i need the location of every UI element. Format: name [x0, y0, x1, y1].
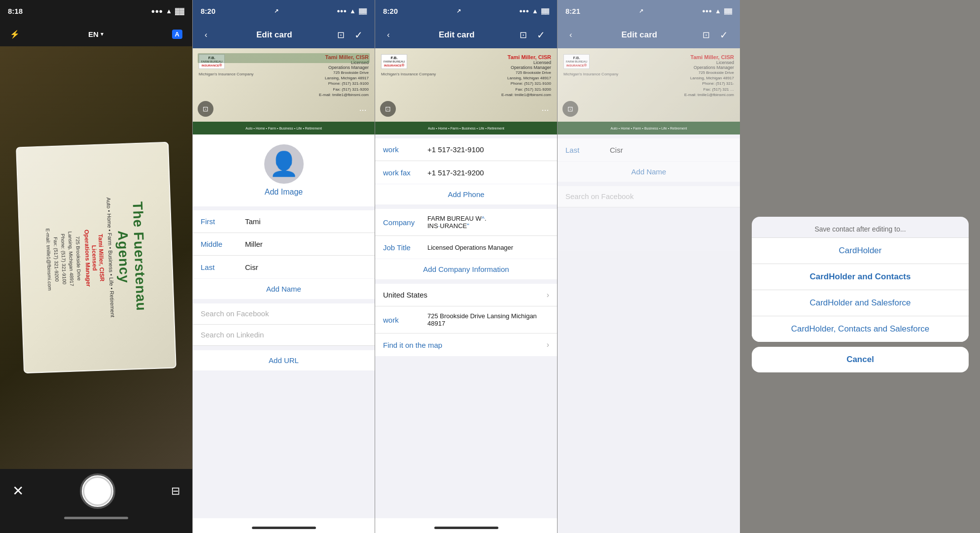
form-section-4: Last Cisr Add Name Search on Facebook: [558, 134, 740, 533]
nav-title-2: Edit card: [256, 30, 292, 40]
time-2: 8:20: [201, 7, 215, 15]
company-value-3[interactable]: FARM BUREAU W^.INS·URANCE": [427, 215, 487, 230]
nav-title-3: Edit card: [439, 30, 475, 40]
add-name-button-2[interactable]: Add Name: [193, 279, 375, 299]
save-dialog-panel: 8:21 ↗ ●●● ▲ ▓▓ ‹ Edit card ⊡ ✓: [557, 0, 980, 533]
resize-icon-3[interactable]: ⊡: [520, 30, 527, 40]
scanned-person: Tami Miller, CISRLicensedOperations Mana…: [83, 229, 105, 286]
option-cardholder[interactable]: CardHolder: [752, 238, 969, 264]
linkedin-placeholder-2: Search on Linkedin: [201, 331, 264, 339]
card-overlay-icon-2[interactable]: ⊡: [198, 101, 213, 117]
bolt-icon[interactable]: ⚡: [10, 30, 20, 39]
work-phone-row-3: work +1 517-321-9100: [375, 138, 557, 161]
save-edit-column: 8:21 ↗ ●●● ▲ ▓▓ ‹ Edit card ⊡ ✓: [558, 0, 740, 533]
status-bar-1: 8:18 ●●● ▲ ▓▓: [0, 0, 192, 22]
card-menu-icon-2[interactable]: ···: [356, 103, 370, 117]
last-row-2: Last Cisr: [193, 256, 375, 278]
edit-card-panel-2: 8:20 ↗ ●●● ▲ ▓▓ ‹ Edit card ⊡ ✓ F.B. FAR…: [375, 0, 557, 533]
camera-panel: 8:18 ●●● ▲ ▓▓ ⚡ EN ▾ A The Fuerstenau Ag…: [0, 0, 192, 533]
close-camera-button[interactable]: ✕: [12, 483, 24, 499]
language-selector[interactable]: EN: [88, 30, 99, 38]
middle-value-2[interactable]: Miller: [245, 240, 263, 248]
back-button-3[interactable]: ‹: [383, 28, 394, 42]
status-bar-2: 8:20 ↗ ●●● ▲ ▓▓: [193, 0, 375, 22]
avatar-section-2: 👤 Add Image: [193, 134, 375, 206]
first-value-2[interactable]: Tami: [245, 217, 261, 226]
status-icons-1: ●●● ▲ ▓▓: [151, 7, 184, 15]
nav-bar-2: ‹ Edit card ⊡ ✓: [193, 22, 375, 48]
option-cardholder-contacts[interactable]: CardHolder and Contacts: [752, 264, 969, 290]
work-fax-value-3[interactable]: +1 517-321-9200: [427, 168, 484, 177]
add-company-button-3[interactable]: Add Company Information: [375, 259, 557, 279]
add-url-button-2[interactable]: Add URL: [193, 350, 375, 370]
avatar-2: 👤: [264, 144, 304, 184]
card-preview-3: F.B. FARM BUREAU INSURANCE® Michigan's I…: [375, 48, 557, 134]
add-image-button-2[interactable]: Add Image: [265, 188, 303, 197]
work-addr-row-3: work 725 Brookside Drive Lansing Michiga…: [375, 306, 557, 333]
shutter-button[interactable]: [80, 473, 115, 509]
add-url-group-2: Add URL: [193, 350, 375, 370]
edit-card-panel-1: 8:20 ↗ ●●● ▲ ▓▓ ‹ Edit card ⊡ ✓ F.B. FAR…: [192, 0, 375, 533]
facebook-placeholder-4: Search on Facebook: [565, 192, 633, 200]
gallery-button[interactable]: ⊟: [171, 485, 180, 498]
check-button-3[interactable]: ✓: [533, 27, 549, 43]
country-value-3[interactable]: United States: [383, 291, 547, 299]
resize-icon-2[interactable]: ⊡: [337, 30, 345, 40]
work-fax-label-3: work fax: [383, 168, 427, 177]
card-preview-2: F.B. FARM BUREAU INSURANCE® Michigan's I…: [193, 48, 375, 134]
card-menu-icon-3[interactable]: ···: [538, 103, 552, 117]
card-overlay-icon-3[interactable]: ⊡: [380, 101, 396, 117]
cancel-button[interactable]: Cancel: [752, 347, 969, 372]
work-addr-label-3: work: [383, 316, 427, 324]
save-options-sheet: Save contact after editing to... CardHol…: [752, 217, 969, 342]
find-on-map-row-3[interactable]: Find it on the map ›: [375, 333, 557, 356]
middle-row-2: Middle Miller: [193, 233, 375, 256]
company-group-3: Company FARM BUREAU W^.INS·URANCE" Job T…: [375, 209, 557, 259]
wifi-icon-1: ▲: [166, 7, 172, 15]
last-value-2[interactable]: Cisr: [245, 263, 258, 271]
social-group-2: Search on Facebook Search on Linkedin: [193, 303, 375, 346]
job-title-label-3: Job Title: [383, 243, 427, 252]
camera-controls-bar: ✕ ⊟: [0, 469, 192, 533]
country-row-3: United States ›: [375, 284, 557, 306]
back-button-4: ‹: [565, 28, 576, 42]
back-button-2[interactable]: ‹: [201, 28, 211, 42]
modal-overlay: Save contact after editing to... CardHol…: [740, 0, 980, 533]
chevron-map-icon-3: ›: [547, 340, 549, 349]
modal-header: Save contact after editing to...: [752, 217, 969, 238]
option-cardholder-salesforce[interactable]: CardHolder and Salesforce: [752, 290, 969, 316]
last-label-2: Last: [201, 263, 245, 271]
signal-icon-4: ●●●: [702, 8, 712, 14]
wifi-icon-3: ▲: [532, 7, 538, 15]
home-indicator-1: [64, 517, 128, 519]
facebook-search-2[interactable]: Search on Facebook: [193, 303, 375, 325]
job-title-value-3[interactable]: Licensed Operations Manager: [427, 244, 513, 251]
linkedin-search-2[interactable]: Search on Linkedin: [193, 325, 375, 346]
company-label-3: Company: [383, 218, 427, 227]
add-phone-button-3[interactable]: Add Phone: [375, 184, 557, 204]
name-fields-2: First Tami Middle Miller Last Cisr: [193, 210, 375, 278]
phone-form-3: work +1 517-321-9100 work fax +1 517-321…: [375, 134, 557, 518]
nav-bar-3: ‹ Edit card ⊡ ✓: [375, 22, 557, 48]
find-on-map-button-3[interactable]: Find it on the map: [383, 341, 547, 349]
battery-icon-3: ▓▓: [541, 8, 549, 14]
work-phone-label-3: work: [383, 145, 427, 154]
battery-icon-4: ▓▓: [724, 8, 732, 14]
facebook-placeholder-2: Search on Facebook: [201, 309, 269, 318]
lang-chevron-icon: ▾: [101, 31, 104, 37]
last-label-4: Last: [565, 146, 610, 154]
check-button-2[interactable]: ✓: [350, 27, 367, 43]
save-modal: Save contact after editing to... CardHol…: [752, 217, 968, 372]
add-name-group-2: Add Name: [193, 279, 375, 299]
option-cardholder-all[interactable]: CardHolder, Contacts and Salesforce: [752, 316, 969, 342]
green-strip-3: Auto • Home • Farm • Business • Life • R…: [375, 122, 557, 134]
accessibility-icon[interactable]: A: [172, 30, 182, 39]
battery-icon-1: ▓▓: [175, 7, 184, 15]
location-icon-3: ↗: [456, 8, 461, 14]
middle-label-2: Middle: [201, 240, 245, 248]
nav-title-4: Edit card: [621, 30, 657, 40]
work-phone-value-3[interactable]: +1 517-321-9100: [427, 145, 484, 154]
wifi-icon-4: ▲: [715, 7, 721, 15]
add-name-4: Add Name: [558, 162, 740, 182]
work-addr-value-3[interactable]: 725 Brookside Drive Lansing Michigan 489…: [427, 312, 549, 327]
